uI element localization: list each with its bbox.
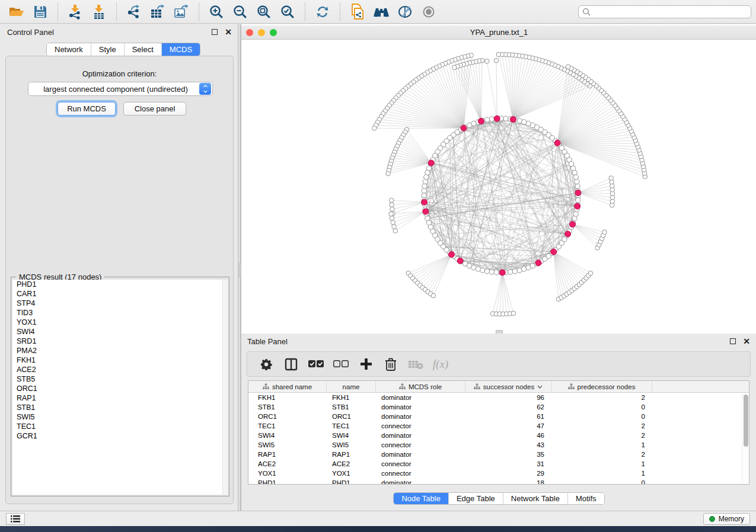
- mcds-result-item[interactable]: STP4: [12, 299, 223, 308]
- float-panel-icon[interactable]: [730, 338, 736, 344]
- tab-mcds[interactable]: MCDS: [162, 43, 200, 56]
- deselect-all-button[interactable]: [330, 354, 352, 374]
- delete-columns-button[interactable]: [380, 354, 401, 374]
- criterion-select[interactable]: largest connected component (undirected): [28, 82, 213, 96]
- table-tab-network-table[interactable]: Network Table: [503, 493, 568, 504]
- save-icon: [34, 5, 47, 18]
- import-table-button[interactable]: [89, 2, 109, 21]
- zoom-out-button[interactable]: [230, 2, 250, 21]
- status-bar: Memory: [0, 511, 756, 526]
- table-header-row: shared namename MCDS role successor node…: [248, 381, 749, 393]
- import-table-icon: [92, 4, 106, 20]
- node-table[interactable]: shared namename MCDS role successor node…: [248, 380, 749, 485]
- table-row[interactable]: SWI4SWI4dominator462: [248, 431, 749, 440]
- close-panel-icon[interactable]: ✕: [743, 338, 750, 344]
- mcds-result-item[interactable]: FKH1: [12, 355, 223, 365]
- table-tab-node-table[interactable]: Node Table: [394, 493, 449, 504]
- export-image-button[interactable]: [171, 2, 192, 21]
- column-header-shared-name[interactable]: shared name: [248, 381, 327, 392]
- mcds-result-item[interactable]: TID3: [12, 308, 223, 318]
- search-network-button[interactable]: [371, 2, 391, 21]
- table-row[interactable]: TEC1TEC1connector472: [248, 421, 749, 431]
- cell-name: PHD1: [327, 479, 376, 485]
- save-session-button[interactable]: [30, 2, 50, 21]
- tab-network[interactable]: Network: [47, 43, 91, 56]
- memory-label: Memory: [719, 515, 744, 523]
- column-header-successor-nodes[interactable]: successor nodes: [465, 381, 551, 392]
- zoom-fit-icon: [257, 5, 271, 19]
- table-row[interactable]: ORC1ORC1dominator610: [248, 412, 749, 421]
- close-panel-icon[interactable]: ✕: [225, 29, 232, 35]
- table-tab-edge-table[interactable]: Edge Table: [449, 493, 503, 504]
- cell-MCDS-role: dominator: [376, 413, 465, 420]
- mcds-list-scrollbar[interactable]: [222, 280, 228, 495]
- mcds-result-item[interactable]: ORC1: [12, 384, 223, 393]
- refresh-button[interactable]: [312, 2, 333, 21]
- import-network-button[interactable]: [65, 2, 85, 21]
- export-table-icon: [150, 4, 165, 20]
- table-tab-motifs[interactable]: Motifs: [568, 493, 604, 504]
- mcds-result-item[interactable]: CAR1: [12, 289, 223, 299]
- zoom-fit-button[interactable]: [254, 2, 274, 21]
- create-column-button[interactable]: [355, 354, 377, 374]
- list-icon: [11, 515, 20, 523]
- mcds-result-list[interactable]: PHD1CAR1STP4TID3YOX1SWI4SRD1PMA2FKH1ACE2…: [12, 280, 223, 495]
- open-file-button[interactable]: [7, 2, 27, 21]
- cell-name: SWI5: [327, 441, 376, 448]
- show-columns-button[interactable]: [280, 354, 302, 374]
- tab-style[interactable]: Style: [91, 43, 125, 56]
- select-all-button[interactable]: [305, 354, 327, 374]
- export-network-button[interactable]: [124, 2, 144, 21]
- network-view[interactable]: [241, 40, 756, 334]
- mcds-result-item[interactable]: SWI4: [12, 327, 223, 336]
- table-scrollbar[interactable]: [742, 393, 748, 485]
- show-graphics-button[interactable]: [419, 2, 439, 21]
- zoom-selected-button[interactable]: [277, 2, 298, 21]
- table-row[interactable]: FKH1FKH1dominator962: [248, 393, 749, 402]
- table-row[interactable]: RAP1RAP1dominator352: [248, 450, 749, 459]
- clone-network-button[interactable]: [347, 2, 368, 21]
- table-row[interactable]: ACE2ACE2connector311: [248, 459, 749, 469]
- mcds-result-item[interactable]: SWI5: [12, 412, 223, 422]
- column-header-MCDS-role[interactable]: MCDS role: [376, 381, 465, 392]
- cell-name: SWI4: [327, 432, 376, 439]
- table-row[interactable]: SWI5SWI5connector431: [248, 440, 749, 450]
- cell-predecessor-nodes: 1: [551, 460, 652, 467]
- memory-button[interactable]: Memory: [703, 513, 750, 525]
- export-table-button[interactable]: [148, 2, 168, 21]
- run-mcds-button[interactable]: Run MCDS: [58, 102, 116, 116]
- cell-predecessor-nodes: 1: [551, 470, 652, 477]
- table-scrollbar-thumb[interactable]: [744, 395, 748, 447]
- mcds-result-item[interactable]: PHD1: [12, 280, 223, 289]
- search-input[interactable]: [578, 5, 751, 18]
- table-row[interactable]: YOX1YOX1connector291: [248, 469, 749, 478]
- float-panel-icon[interactable]: [212, 29, 218, 35]
- mcds-result-item[interactable]: STB5: [12, 374, 223, 384]
- column-header-predecessor-nodes[interactable]: predecessor nodes: [551, 381, 652, 392]
- mcds-result-item[interactable]: STB1: [12, 403, 223, 412]
- tab-select[interactable]: Select: [125, 43, 162, 56]
- column-label: successor nodes: [483, 383, 534, 390]
- delete-table-button[interactable]: [405, 354, 426, 374]
- table-row[interactable]: PHD1PHD1dominator180: [248, 478, 749, 485]
- table-toolbar: f(x): [247, 351, 751, 377]
- task-history-button[interactable]: [6, 513, 25, 525]
- function-builder-button[interactable]: f(x): [430, 354, 451, 374]
- mcds-result-item[interactable]: TEC1: [12, 422, 223, 431]
- table-tabs-row: Node TableEdge TableNetwork TableMotifs: [241, 492, 756, 505]
- mcds-result-item[interactable]: YOX1: [12, 318, 223, 327]
- mcds-result-item[interactable]: RAP1: [12, 393, 223, 403]
- hide-details-button[interactable]: [395, 2, 415, 21]
- table-row[interactable]: STB1STB1dominator620: [248, 402, 749, 412]
- zoom-in-button[interactable]: [206, 2, 227, 21]
- mcds-result-item[interactable]: PMA2: [12, 346, 223, 355]
- control-panel-tabs: NetworkStyleSelectMCDS: [46, 43, 200, 56]
- export-network-icon: [126, 4, 142, 20]
- column-header-name[interactable]: name: [327, 381, 376, 392]
- close-panel-button[interactable]: Close panel: [123, 102, 186, 116]
- mcds-result-item[interactable]: GCR1: [12, 431, 223, 441]
- mcds-result-item[interactable]: SRD1: [12, 336, 223, 346]
- network-panel: YPA_prune.txt_1: [241, 24, 756, 334]
- table-settings-button[interactable]: [256, 354, 277, 374]
- mcds-result-item[interactable]: ACE2: [12, 365, 223, 374]
